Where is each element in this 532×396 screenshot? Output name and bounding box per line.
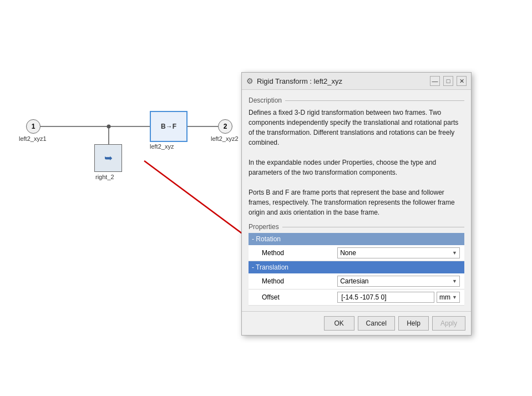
rigid-block-sublabel: left2_xyz [150, 143, 174, 150]
apply-button[interactable]: Apply [432, 316, 465, 331]
translation-method-select[interactable]: Cartesian ▼ [337, 276, 460, 287]
minimize-button[interactable]: — [430, 76, 440, 86]
rotation-group-label: - Rotation [249, 233, 464, 245]
offset-cell: [-14.5 -107.5 0] mm ▼ [324, 290, 464, 306]
port-2: 2 [218, 119, 232, 134]
rotation-method-label: Method [249, 245, 324, 261]
rotation-method-cell: None ▼ [324, 245, 464, 261]
right2-label: right_2 [95, 174, 114, 180]
offset-unit-select[interactable]: mm ▼ [437, 292, 460, 303]
help-button[interactable]: Help [398, 316, 429, 331]
port1-label: left2_xyz1 [19, 135, 47, 142]
port2-label: left2_xyz2 [211, 135, 239, 142]
translation-group-row[interactable]: - Translation [249, 261, 464, 274]
chevron-down-icon: ▼ [452, 250, 457, 256]
svg-point-4 [107, 125, 111, 129]
maximize-button[interactable]: □ [443, 76, 453, 86]
offset-input-group: [-14.5 -107.5 0] mm ▼ [337, 292, 460, 303]
rigid-block-label: B→F [161, 123, 176, 130]
dialog-title-group: ⚙ Rigid Transform : left2_xyz [246, 77, 342, 85]
offset-row: Offset [-14.5 -107.5 0] mm ▼ [249, 290, 464, 306]
rigid-transform-dialog: ⚙ Rigid Transform : left2_xyz — □ ✕ Desc… [241, 72, 472, 336]
translation-method-label: Method [249, 273, 324, 290]
cancel-button[interactable]: Cancel [358, 316, 395, 331]
ok-button[interactable]: OK [324, 316, 354, 331]
properties-table: - Rotation Method None ▼ - Translation [249, 233, 464, 306]
translation-method-cell: Cartesian ▼ [324, 273, 464, 290]
port-1: 1 [26, 119, 40, 134]
dialog-footer: OK Cancel Help Apply [242, 311, 471, 335]
chevron-down-icon-3: ▼ [452, 295, 457, 300]
title-controls: — □ ✕ [430, 76, 467, 86]
translation-group-label: - Translation [249, 261, 464, 274]
dialog-body: Description Defines a fixed 3-D rigid tr… [242, 90, 471, 311]
description-header: Description [249, 97, 464, 104]
chevron-down-icon-2: ▼ [452, 278, 457, 284]
description-text: Defines a fixed 3-D rigid transformation… [249, 108, 464, 217]
offset-input[interactable]: [-14.5 -107.5 0] [337, 292, 434, 303]
right2-block[interactable]: ➥ [94, 144, 122, 172]
rotation-method-row: Method None ▼ [249, 245, 464, 261]
rigid-transform-block[interactable]: B→F [150, 111, 188, 142]
properties-header: Properties [249, 223, 464, 231]
offset-label: Offset [249, 290, 324, 306]
rotation-method-select[interactable]: None ▼ [337, 247, 460, 258]
rotation-group-row[interactable]: - Rotation [249, 233, 464, 245]
dialog-icon: ⚙ [246, 77, 254, 85]
dialog-title: Rigid Transform : left2_xyz [257, 77, 342, 85]
dialog-titlebar[interactable]: ⚙ Rigid Transform : left2_xyz — □ ✕ [242, 73, 471, 90]
translation-method-row: Method Cartesian ▼ [249, 273, 464, 290]
close-button[interactable]: ✕ [457, 76, 467, 86]
